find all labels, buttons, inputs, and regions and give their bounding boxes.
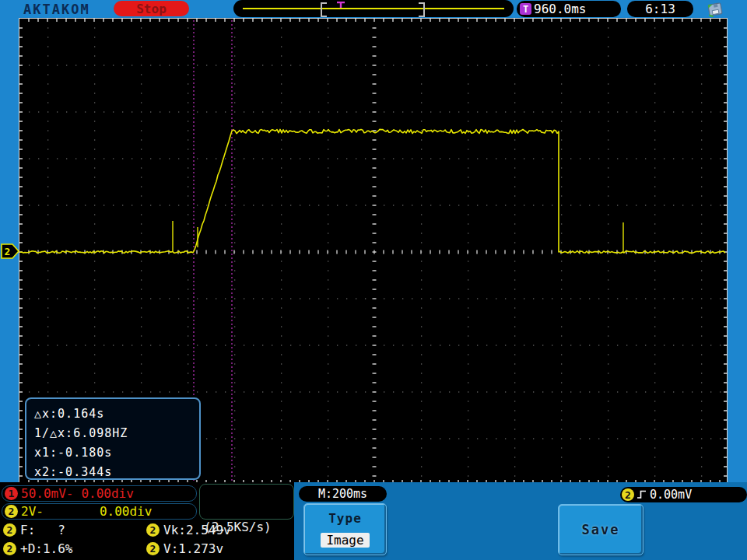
channel2-position-marker[interactable]: 2 xyxy=(1,243,20,260)
trigger-level-value: 0.00mV xyxy=(650,488,692,502)
trigger-time-value: 960.0ms xyxy=(534,2,586,16)
window-bracket-left-icon xyxy=(321,2,327,17)
channel2-badge-icon: 2 xyxy=(3,542,16,555)
channel2-badge-icon: 2 xyxy=(622,488,634,501)
cursor-x1: x1:-0.180s xyxy=(34,443,199,463)
channel2-marker-label: 2 xyxy=(5,246,11,257)
trigger-t-icon: T xyxy=(520,3,531,15)
trigger-time-readout: T 960.0ms xyxy=(517,1,621,17)
channel1-scale-readout: 1 50.0mV- 0.00div xyxy=(2,485,197,502)
run-state-badge: Stop xyxy=(114,1,189,16)
measurement-vk: 2 Vk:2.549v xyxy=(146,523,231,537)
brand-logo: AKTAKOM xyxy=(23,2,90,17)
timebase-readout: M:200ms xyxy=(299,486,387,502)
channel2-badge-icon: 2 xyxy=(5,505,18,518)
save-button[interactable]: Save xyxy=(558,504,644,555)
channel1-offset: 0.00div xyxy=(81,486,133,501)
storage-icon xyxy=(705,2,725,17)
channel1-volts-per-div: 50.0mV- xyxy=(21,486,73,501)
measurement-duty-value: +D:1.6% xyxy=(20,541,72,556)
clock: 6:13 xyxy=(627,1,693,17)
channel2-badge-icon: 2 xyxy=(146,542,160,555)
timebase-value: M:200ms xyxy=(318,487,367,501)
channel2-offset: 0.00div xyxy=(100,504,152,519)
channel2-scale-readout: 2 2V- 0.00div xyxy=(2,503,197,520)
measurement-frequency-value: F: ? xyxy=(20,523,65,537)
channel2-badge-icon: 2 xyxy=(146,523,160,537)
measurement-duty: 2 +D:1.6% xyxy=(3,541,72,556)
run-state-label: Stop xyxy=(136,2,167,16)
trigger-level-readout: 2 0.00mV xyxy=(620,487,747,502)
type-selected-value: Image xyxy=(321,533,369,548)
acquisition-readout: (2.5KS/s) Depth:10K xyxy=(199,484,294,520)
channel2-badge-icon: 2 xyxy=(3,523,16,537)
channel2-volts-per-div: 2V- xyxy=(21,504,44,519)
cursor-frequency: 1/△x:6.098HZ xyxy=(34,424,199,443)
rising-edge-icon xyxy=(637,489,647,500)
trigger-position-icon xyxy=(336,2,345,9)
clock-value: 6:13 xyxy=(645,2,675,16)
measurement-voltage-value: V:1.273v xyxy=(163,541,223,556)
channel1-badge-icon: 1 xyxy=(5,487,18,500)
measurement-vk-value: Vk:2.549v xyxy=(163,523,231,537)
measurement-voltage: 2 V:1.273v xyxy=(146,541,223,556)
save-button-label: Save xyxy=(582,522,620,537)
measurement-frequency: 2 F: ? xyxy=(3,523,65,537)
cursor-x2: x2:-0.344s xyxy=(34,463,199,482)
cursor-measurement-box: △x:0.164s 1/△x:6.098HZ x1:-0.180s x2:-0.… xyxy=(25,397,201,480)
cursor-delta-x: △x:0.164s xyxy=(34,404,199,424)
type-button[interactable]: Type Image xyxy=(303,503,387,555)
type-button-label: Type xyxy=(328,511,362,526)
record-length-line xyxy=(243,8,504,9)
window-bracket-right-icon xyxy=(419,2,425,17)
horizontal-position-indicator xyxy=(233,0,514,17)
